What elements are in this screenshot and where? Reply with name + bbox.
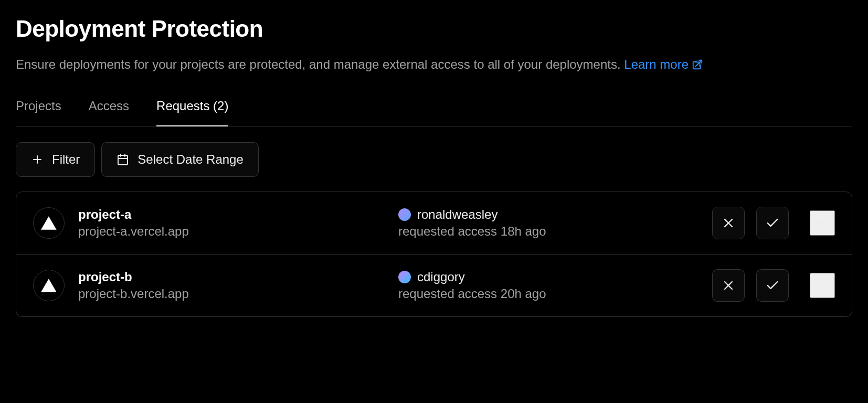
svg-rect-2 <box>118 155 128 165</box>
more-button[interactable] <box>810 273 835 298</box>
page-description: Ensure deployments for your projects are… <box>16 56 852 73</box>
svg-point-8 <box>817 221 820 224</box>
filter-button[interactable]: Filter <box>16 142 95 177</box>
requester-name: cdiggory <box>417 270 465 284</box>
tab-projects[interactable]: Projects <box>16 99 61 126</box>
calendar-icon <box>117 153 129 166</box>
deny-button[interactable] <box>712 207 745 239</box>
filter-label: Filter <box>52 152 80 167</box>
close-icon <box>721 216 736 230</box>
svg-point-14 <box>821 284 824 287</box>
more-button[interactable] <box>810 210 835 236</box>
tab-access[interactable]: Access <box>89 99 129 126</box>
requester-info: ronaldweasley requested access 18h ago <box>398 207 712 239</box>
external-link-icon <box>692 59 703 70</box>
close-icon <box>721 278 736 293</box>
row-actions <box>712 207 835 239</box>
project-logo <box>33 270 65 301</box>
learn-more-link[interactable]: Learn more <box>624 56 703 73</box>
page-description-text: Ensure deployments for your projects are… <box>16 57 624 71</box>
project-name: project-a <box>78 207 398 222</box>
svg-point-9 <box>821 221 824 224</box>
row-actions <box>712 269 835 302</box>
project-name: project-b <box>78 270 398 284</box>
svg-point-15 <box>825 284 828 287</box>
project-logo <box>33 207 65 239</box>
check-icon <box>765 216 780 230</box>
page-title: Deployment Protection <box>16 16 852 42</box>
date-range-button[interactable]: Select Date Range <box>101 142 258 177</box>
approve-button[interactable] <box>756 207 789 239</box>
request-row: project-b project-b.vercel.app cdiggory … <box>16 254 852 316</box>
requester-meta: requested access 20h ago <box>398 287 712 301</box>
requester-info: cdiggory requested access 20h ago <box>398 270 712 301</box>
svg-point-13 <box>817 284 820 287</box>
project-info: project-b project-b.vercel.app <box>78 270 398 301</box>
request-list: project-a project-a.vercel.app ronaldwea… <box>16 192 852 317</box>
approve-button[interactable] <box>756 269 789 302</box>
plus-icon <box>31 153 44 166</box>
tab-requests[interactable]: Requests (2) <box>156 99 228 126</box>
date-range-label: Select Date Range <box>137 152 243 167</box>
request-row: project-a project-a.vercel.app ronaldwea… <box>16 192 852 254</box>
more-horizontal-icon <box>815 216 830 230</box>
learn-more-label: Learn more <box>624 56 689 73</box>
project-url: project-b.vercel.app <box>78 287 398 301</box>
vercel-triangle-icon <box>41 216 57 230</box>
svg-point-10 <box>825 221 828 224</box>
vercel-triangle-icon <box>41 279 57 292</box>
more-horizontal-icon <box>815 278 830 293</box>
avatar <box>398 208 411 221</box>
deny-button[interactable] <box>712 269 745 302</box>
requester-meta: requested access 18h ago <box>398 224 712 239</box>
project-url: project-a.vercel.app <box>78 224 398 239</box>
toolbar: Filter Select Date Range <box>16 142 852 177</box>
avatar <box>398 271 411 283</box>
requester-name: ronaldweasley <box>417 207 497 222</box>
tab-bar: Projects Access Requests (2) <box>16 99 852 126</box>
project-info: project-a project-a.vercel.app <box>78 207 398 239</box>
check-icon <box>765 278 780 293</box>
